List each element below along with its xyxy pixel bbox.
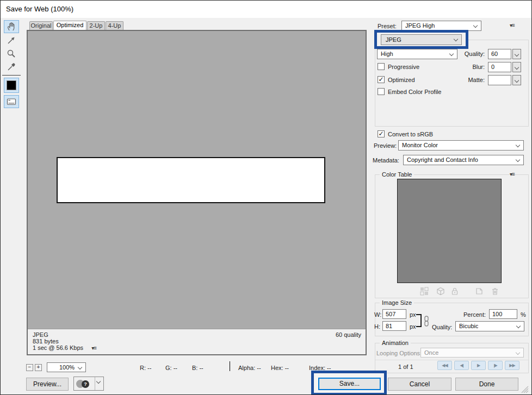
- width-unit: px: [410, 311, 416, 318]
- zoom-level-select[interactable]: 100%: [47, 362, 86, 372]
- quality-info: 60 quality: [336, 331, 361, 338]
- convert-srgb-label: Convert to sRGB: [388, 131, 433, 137]
- chevron-down-icon: [515, 348, 523, 357]
- next-frame-button[interactable]: |▶: [488, 361, 503, 370]
- new-color-button[interactable]: [475, 287, 484, 296]
- quality-slider-button[interactable]: [512, 49, 521, 59]
- save-for-web-dialog: Save for Web (100%) Ori: [0, 0, 532, 395]
- dialog-title: Save for Web (100%): [6, 5, 73, 13]
- embed-color-profile-label: Embed Color Profile: [388, 89, 441, 95]
- eyedropper-tool-button[interactable]: [4, 60, 19, 73]
- resize-grip[interactable]: [521, 385, 529, 395]
- resample-quality-select[interactable]: Bicubic: [455, 321, 524, 331]
- play-button[interactable]: ▶: [471, 361, 486, 370]
- hand-tool-button[interactable]: [4, 20, 19, 33]
- zoom-tool-button[interactable]: [4, 47, 19, 60]
- chevron-down-icon: [515, 155, 523, 165]
- preview-in-browser-button[interactable]: Preview...: [26, 378, 69, 391]
- chevron-down-icon: [515, 322, 523, 331]
- first-frame-button[interactable]: ◀◀: [437, 361, 452, 370]
- optimized-checkbox[interactable]: ✓: [378, 76, 385, 83]
- embed-color-profile-checkbox[interactable]: [378, 88, 385, 95]
- web-shift-button[interactable]: [436, 287, 445, 296]
- cancel-button[interactable]: Cancel: [388, 378, 451, 391]
- lock-color-button[interactable]: [450, 287, 459, 296]
- preview-canvas[interactable]: [28, 31, 366, 329]
- matte-input[interactable]: [488, 75, 511, 85]
- green-readout: G: --: [165, 365, 177, 371]
- tab-2-up-label: 2-Up: [90, 22, 103, 29]
- zoom-in-button[interactable]: +: [35, 364, 42, 371]
- matte-picker-button[interactable]: [512, 75, 521, 85]
- download-speed-menu-icon[interactable]: ▾≡: [91, 345, 96, 351]
- blur-input[interactable]: 0: [488, 62, 511, 72]
- optimize-menu-icon[interactable]: ▾≡: [510, 22, 515, 28]
- width-label: W:: [374, 311, 381, 318]
- resample-quality-value: Bicubic: [459, 323, 478, 329]
- progressive-checkbox[interactable]: [378, 63, 385, 70]
- download-time-info: 1 sec @ 56.6 Kbps ▾≡: [33, 344, 96, 351]
- done-button[interactable]: Done: [455, 378, 518, 391]
- preset-label: Preset:: [378, 23, 397, 29]
- preview-select[interactable]: Monitor Color: [398, 140, 524, 151]
- chevron-down-icon: [453, 35, 461, 45]
- chevron-down-icon: [472, 21, 480, 30]
- percent-input[interactable]: 100: [489, 309, 517, 319]
- trash-icon: [491, 287, 499, 296]
- zoom-out-button[interactable]: −: [26, 364, 33, 371]
- slice-select-tool-button[interactable]: [4, 34, 19, 47]
- tab-optimized[interactable]: Optimized: [53, 21, 86, 30]
- toggle-slices-visibility-button[interactable]: [4, 95, 19, 108]
- tab-4-up[interactable]: 4-Up: [106, 21, 123, 30]
- tab-original-label: Original: [31, 22, 52, 29]
- status-divider: [230, 361, 230, 371]
- optimized-image-preview: [57, 157, 325, 203]
- compression-quality-select[interactable]: High: [377, 49, 457, 59]
- last-frame-button[interactable]: ▶▶: [505, 361, 519, 370]
- browser-select-group[interactable]: ?: [73, 377, 104, 391]
- save-button[interactable]: Save...: [318, 378, 381, 390]
- frame-navigation: ◀◀ ◀| ▶ |▶ ▶▶: [437, 361, 519, 370]
- tab-4-up-label: 4-Up: [108, 22, 121, 29]
- browser-select-chevron-icon[interactable]: [95, 377, 104, 390]
- previous-frame-button[interactable]: ◀|: [454, 361, 469, 370]
- convert-srgb-checkbox[interactable]: ✓: [378, 130, 385, 137]
- file-format-select[interactable]: JPEG: [381, 34, 462, 45]
- width-input[interactable]: 507: [382, 309, 406, 319]
- dimension-link-bracket: [416, 314, 422, 327]
- quality-input[interactable]: 60: [488, 49, 511, 59]
- looping-options-label: Looping Options:: [376, 350, 422, 356]
- percent-label: Percent:: [447, 311, 486, 318]
- checkmark: ✓: [378, 76, 383, 83]
- tab-optimized-label: Optimized: [57, 22, 84, 28]
- eyedropper-color-swatch[interactable]: [4, 78, 19, 93]
- magnifier-icon: [6, 48, 17, 59]
- blue-readout: B: --: [192, 365, 203, 371]
- tab-2-up[interactable]: 2-Up: [87, 21, 105, 30]
- black-color-swatch: [7, 80, 16, 90]
- optimized-label: Optimized: [388, 77, 415, 83]
- cube-icon: [436, 287, 445, 296]
- link-dimensions-icon: [423, 316, 430, 328]
- tab-original[interactable]: Original: [29, 21, 53, 30]
- hand-icon: [6, 21, 17, 32]
- color-table-menu-icon[interactable]: ▾≡: [510, 171, 515, 177]
- chevron-down-icon: [77, 363, 85, 372]
- toolbar-divider: [2, 75, 21, 76]
- animation-divider: [375, 360, 528, 360]
- blur-slider-button[interactable]: [512, 62, 521, 72]
- height-label: H:: [374, 323, 380, 330]
- metadata-select[interactable]: Copyright and Contact Info: [403, 155, 524, 165]
- slice-select-icon: [6, 35, 17, 46]
- red-readout: R: --: [140, 365, 151, 371]
- download-time-text: 1 sec @ 56.6 Kbps: [33, 344, 83, 351]
- frame-counter: 1 of 1: [398, 363, 413, 370]
- delete-color-button[interactable]: [491, 287, 499, 296]
- height-input[interactable]: 81: [382, 321, 406, 331]
- title-bar: Save for Web (100%): [1, 1, 531, 18]
- looping-options-select: Once: [420, 348, 524, 358]
- slice-visibility-icon: [6, 96, 17, 107]
- checkmark: ✓: [378, 130, 383, 137]
- snap-to-web-palette-button[interactable]: [420, 287, 429, 296]
- animation-title: Animation: [380, 340, 411, 346]
